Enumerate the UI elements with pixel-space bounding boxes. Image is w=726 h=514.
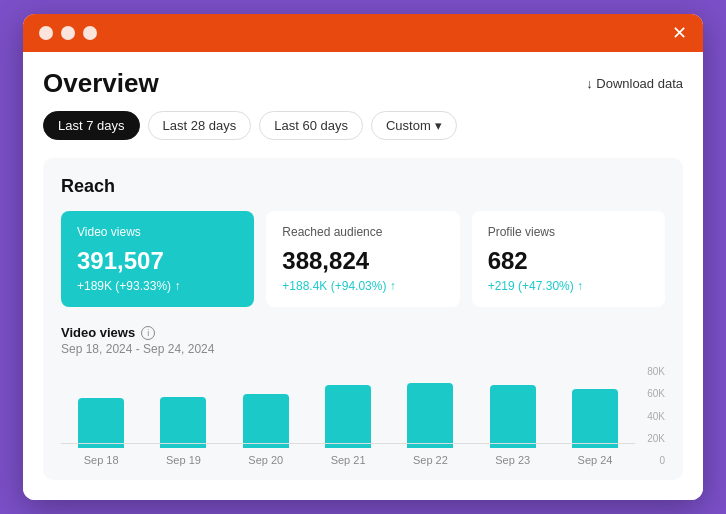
bar-label: Sep 18 xyxy=(84,454,119,466)
chart-bar xyxy=(325,385,371,448)
chart-bar xyxy=(572,389,618,448)
stat-card-video-views: Video views 391,507 +189K (+93.33%) ↑ xyxy=(61,211,254,307)
chart-bar xyxy=(78,398,124,448)
chart-area: Sep 18Sep 19Sep 20Sep 21Sep 22Sep 23Sep … xyxy=(61,366,665,466)
reach-section: Reach Video views 391,507 +189K (+93.33%… xyxy=(43,158,683,480)
dot-1 xyxy=(39,26,53,40)
chart-title: Video views xyxy=(61,325,135,340)
y-label-60k: 60K xyxy=(647,388,665,399)
stat-card-reached-audience: Reached audience 388,824 +188.4K (+94.03… xyxy=(266,211,459,307)
bar-label: Sep 24 xyxy=(578,454,613,466)
dot-3 xyxy=(83,26,97,40)
stat-label-profile-views: Profile views xyxy=(488,225,649,239)
y-label-40k: 40K xyxy=(647,411,665,422)
stat-change-video-views: +189K (+93.33%) ↑ xyxy=(77,279,238,293)
traffic-lights xyxy=(39,26,97,40)
close-button[interactable]: ✕ xyxy=(672,24,687,42)
title-bar: ✕ xyxy=(23,14,703,52)
chevron-down-icon: ▾ xyxy=(435,118,442,133)
tab-last28[interactable]: Last 28 days xyxy=(148,111,252,140)
y-label-80k: 80K xyxy=(647,366,665,377)
bar-label: Sep 22 xyxy=(413,454,448,466)
stat-label-video-views: Video views xyxy=(77,225,238,239)
download-link[interactable]: ↓ Download data xyxy=(586,76,683,91)
reach-title: Reach xyxy=(61,176,665,197)
stats-row: Video views 391,507 +189K (+93.33%) ↑ Re… xyxy=(61,211,665,307)
bar-label: Sep 23 xyxy=(495,454,530,466)
stat-change-reached-audience: +188.4K (+94.03%) ↑ xyxy=(282,279,443,293)
stat-change-profile-views: +219 (+47.30%) ↑ xyxy=(488,279,649,293)
tab-last60[interactable]: Last 60 days xyxy=(259,111,363,140)
bar-col: Sep 23 xyxy=(473,385,553,466)
chart-bar xyxy=(407,383,453,448)
bar-label: Sep 19 xyxy=(166,454,201,466)
stat-value-video-views: 391,507 xyxy=(77,247,238,275)
bar-col: Sep 24 xyxy=(555,389,635,466)
y-label-20k: 20K xyxy=(647,433,665,444)
stat-card-profile-views: Profile views 682 +219 (+47.30%) ↑ xyxy=(472,211,665,307)
tabs-row: Last 7 days Last 28 days Last 60 days Cu… xyxy=(43,111,683,140)
bar-col: Sep 19 xyxy=(143,397,223,466)
tab-custom[interactable]: Custom ▾ xyxy=(371,111,457,140)
bars-render: Sep 18Sep 19Sep 20Sep 21Sep 22Sep 23Sep … xyxy=(61,383,635,466)
info-icon: i xyxy=(141,326,155,340)
chart-baseline xyxy=(61,443,635,444)
bar-label: Sep 21 xyxy=(331,454,366,466)
bar-col: Sep 20 xyxy=(226,394,306,466)
stat-value-reached-audience: 388,824 xyxy=(282,247,443,275)
stat-value-profile-views: 682 xyxy=(488,247,649,275)
page-title: Overview xyxy=(43,68,159,99)
y-axis: 80K 60K 40K 20K 0 xyxy=(647,366,665,466)
chart-bar xyxy=(243,394,289,448)
chart-date-range: Sep 18, 2024 - Sep 24, 2024 xyxy=(61,342,665,356)
tab-last7[interactable]: Last 7 days xyxy=(43,111,140,140)
bar-label: Sep 20 xyxy=(248,454,283,466)
dot-2 xyxy=(61,26,75,40)
y-label-0: 0 xyxy=(647,455,665,466)
stat-label-reached-audience: Reached audience xyxy=(282,225,443,239)
bar-col: Sep 18 xyxy=(61,398,141,466)
bar-col: Sep 22 xyxy=(390,383,470,466)
header-row: Overview ↓ Download data xyxy=(43,68,683,99)
chart-label-row: Video views i xyxy=(61,325,665,340)
chart-bar xyxy=(160,397,206,448)
bars-container: Sep 18Sep 19Sep 20Sep 21Sep 22Sep 23Sep … xyxy=(61,383,635,466)
main-content: Overview ↓ Download data Last 7 days Las… xyxy=(23,52,703,500)
bar-col: Sep 21 xyxy=(308,385,388,466)
app-window: ✕ Overview ↓ Download data Last 7 days L… xyxy=(23,14,703,500)
chart-section: Video views i Sep 18, 2024 - Sep 24, 202… xyxy=(61,325,665,466)
chart-bar xyxy=(490,385,536,448)
